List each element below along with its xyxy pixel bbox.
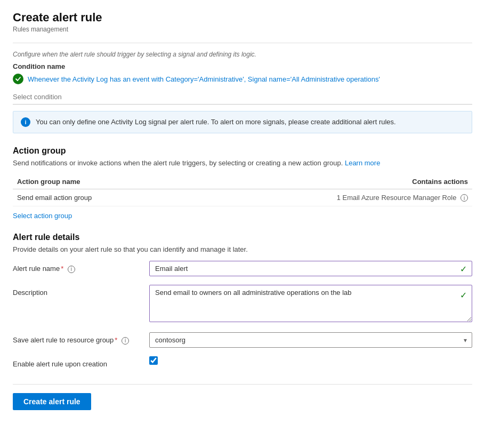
resource-group-label: Save alert rule to resource group* i — [13, 332, 141, 345]
info-icon: i — [21, 117, 30, 127]
resource-group-select[interactable]: contosorg myResourceGroup production-rg — [149, 332, 472, 348]
contains-info-icon[interactable]: i — [460, 194, 468, 202]
alert-rule-name-input[interactable] — [149, 261, 472, 276]
page-subtitle: Rules management — [13, 26, 472, 33]
check-circle-icon — [13, 74, 23, 84]
alert-rule-name-label: Alert rule name* i — [13, 261, 141, 273]
description-textarea[interactable]: Send email to owners on all administrati… — [149, 285, 472, 322]
action-group-contains: 1 Email Azure Resource Manager Role i — [184, 189, 472, 206]
details-desc: Provide details on your alert rule so th… — [13, 245, 472, 253]
create-alert-rule-button[interactable]: Create alert rule — [13, 393, 91, 410]
resource-group-info-icon[interactable]: i — [122, 337, 129, 345]
select-condition-input[interactable] — [13, 90, 472, 105]
condition-label: Condition name — [13, 62, 472, 70]
action-group-heading: Action group — [13, 146, 472, 156]
action-group-row: Send email action group 1 Email Azure Re… — [13, 189, 472, 206]
action-group-name: Send email action group — [13, 189, 184, 206]
col-contains-header: Contains actions — [184, 174, 472, 189]
details-heading: Alert rule details — [13, 233, 472, 242]
action-group-desc: Send notifications or invoke actions whe… — [13, 159, 472, 167]
description-label: Description — [13, 285, 141, 297]
page-title: Create alert rule — [13, 11, 472, 25]
desc-check-icon: ✓ — [460, 290, 467, 300]
select-action-group-link[interactable]: Select action group — [13, 212, 72, 220]
condition-link[interactable]: Whenever the Activity Log has an event w… — [28, 75, 380, 83]
col-name-header: Action group name — [13, 174, 184, 189]
alert-name-info-icon[interactable]: i — [68, 266, 75, 273]
enable-checkbox[interactable] — [149, 356, 158, 365]
info-banner: i You can only define one Activity Log s… — [13, 111, 472, 133]
truncated-desc: Configure when the alert rule should tri… — [13, 51, 472, 58]
info-text: You can only define one Activity Log sig… — [36, 117, 396, 127]
learn-more-link[interactable]: Learn more — [345, 159, 380, 167]
action-group-table: Action group name Contains actions Send … — [13, 174, 472, 207]
enable-label: Enable alert rule upon creation — [13, 356, 141, 368]
